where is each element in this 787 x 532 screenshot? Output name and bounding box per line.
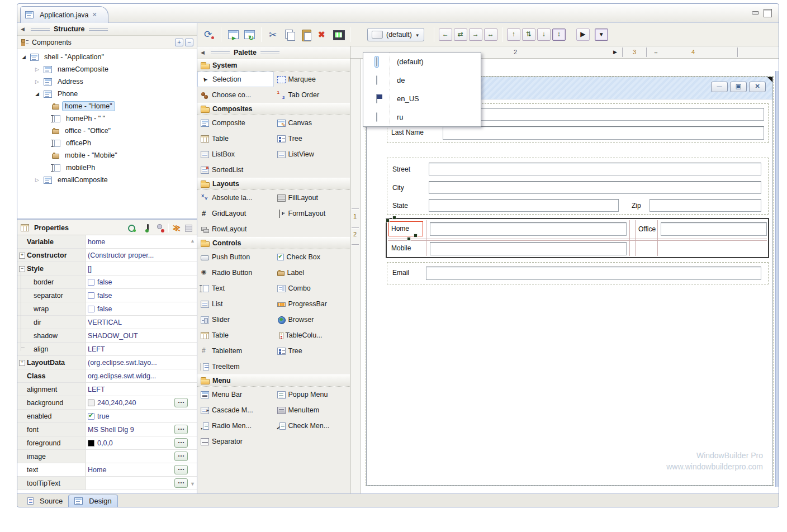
city-field[interactable] (429, 181, 761, 194)
email-field[interactable] (426, 267, 761, 280)
mobile-label[interactable]: Mobile (391, 244, 411, 252)
tree-item-namecomposite[interactable]: nameComposite (17, 63, 197, 75)
palette-item-table[interactable]: Table (197, 131, 274, 146)
palette-item-composite[interactable]: Composite (197, 115, 274, 131)
selection-handle[interactable] (392, 216, 396, 220)
palette-item-absolute-layout[interactable]: Absolute la... (197, 190, 274, 206)
last-name-label[interactable]: Last Name (391, 129, 424, 136)
test-window-button[interactable] (226, 27, 240, 42)
fill-horizontal-button[interactable] (484, 28, 497, 41)
palette-item-tablecolumn[interactable]: TableColu... (274, 327, 350, 343)
checkbox-checked-icon[interactable] (88, 413, 94, 420)
first-name-field[interactable] (443, 108, 764, 121)
maximize-view-icon[interactable] (763, 9, 772, 16)
tree-item-officeph[interactable]: officePh (17, 137, 197, 149)
ellipsis-button[interactable] (174, 478, 188, 488)
palette-item-popup-menu[interactable]: Popup Menu (274, 387, 350, 402)
street-label[interactable]: Street (392, 165, 410, 173)
tree-item-address[interactable]: Address (17, 75, 197, 88)
checkbox-unchecked-icon[interactable] (88, 279, 94, 286)
palette-category-layouts[interactable]: Layouts (197, 178, 350, 190)
ellipsis-button[interactable] (174, 465, 188, 474)
mobile-phone-field[interactable] (430, 242, 627, 255)
ellipsis-button[interactable] (174, 438, 188, 448)
palette-item-text[interactable]: Text (197, 281, 274, 296)
palette-item-cascade-menu[interactable]: Cascade M... (197, 402, 274, 418)
vertical-size-hint-button[interactable] (595, 28, 608, 41)
designed-close-button[interactable] (749, 82, 766, 92)
palette-item-progressbar[interactable]: ProgressBar (274, 296, 350, 312)
tree-item-shell[interactable]: shell - "Application" (17, 51, 197, 63)
column-header-2[interactable]: 2 (514, 49, 517, 55)
restore-defaults-icon[interactable] (184, 224, 193, 232)
state-label[interactable]: State (392, 202, 408, 210)
minimize-view-icon[interactable] (751, 9, 760, 16)
palette-item-radio-menuitem[interactable]: Radio Men... (197, 418, 274, 434)
designed-minimize-button[interactable] (711, 82, 728, 92)
palette-item-table[interactable]: Table (197, 327, 274, 343)
align-left-button[interactable] (439, 28, 452, 41)
externalize-strings-button[interactable] (331, 27, 345, 42)
tree-item-phone[interactable]: Phone (17, 88, 197, 100)
cut-button[interactable] (266, 27, 281, 42)
palette-item-radio-button[interactable]: Radio Button (197, 265, 274, 281)
email-label[interactable]: Email (392, 269, 409, 277)
palette-item-listbox[interactable]: ListBox (197, 146, 274, 162)
zip-field[interactable] (649, 199, 761, 212)
tree-item-mobileph[interactable]: mobilePh (17, 162, 197, 174)
expander-icon[interactable] (22, 54, 30, 60)
palette-item-choose-component[interactable]: Choose co... (197, 87, 274, 103)
locale-combo[interactable]: (default) (367, 28, 424, 41)
palette-item-rowlayout[interactable]: RowLayout (197, 221, 274, 237)
goto-definition-icon[interactable] (155, 224, 165, 232)
align-right-button[interactable] (469, 28, 482, 41)
locale-option-ru[interactable]: ru (363, 108, 481, 126)
palette-category-menu[interactable]: Menu (197, 374, 350, 387)
checkbox-unchecked-icon[interactable] (88, 292, 94, 299)
palette-item-push-button[interactable]: Push Button (197, 249, 274, 265)
phone-composite[interactable]: Home Office Mobile (386, 218, 769, 258)
align-bottom-button[interactable] (537, 28, 551, 41)
palette-item-check-box[interactable]: Check Box (274, 249, 350, 265)
locale-option-en-us[interactable]: en_US (363, 89, 481, 108)
row-header-2[interactable]: 2 (353, 231, 357, 238)
ellipsis-button[interactable] (174, 398, 188, 407)
column-header-4[interactable]: 4 (691, 49, 695, 55)
show-events-icon[interactable] (144, 224, 153, 232)
zip-label[interactable]: Zip (632, 202, 641, 210)
street-field[interactable] (429, 163, 761, 175)
designed-maximize-button[interactable] (730, 82, 747, 92)
last-name-field[interactable] (443, 126, 764, 140)
align-center-vertical-button[interactable] (522, 28, 535, 41)
home-phone-field[interactable] (430, 222, 627, 236)
refresh-button[interactable] (242, 27, 257, 42)
palette-item-combo[interactable]: Combo (274, 281, 350, 296)
tree-item-homeph[interactable]: homePh - " " (17, 112, 197, 125)
palette-item-tree[interactable]: Tree (274, 131, 350, 146)
palette-category-controls[interactable]: Controls (197, 237, 350, 249)
palette-item-marquee[interactable]: Marquee (274, 72, 350, 87)
align-center-horizontal-button[interactable] (454, 28, 467, 41)
state-field[interactable] (429, 199, 619, 212)
ellipsis-button[interactable] (174, 425, 188, 434)
editor-tab-application-java[interactable]: Application.java (20, 6, 108, 23)
selection-handle[interactable] (414, 234, 418, 238)
delete-button[interactable] (315, 27, 329, 42)
office-phone-field[interactable] (661, 222, 767, 236)
collapse-all-button[interactable] (185, 39, 193, 46)
palette-item-separator[interactable]: Separator (197, 434, 274, 449)
fill-vertical-button[interactable] (552, 28, 566, 41)
expander-icon[interactable] (35, 66, 44, 72)
palette-item-label[interactable]: Label (274, 265, 350, 281)
tree-item-mobile-label[interactable]: mobile - "Mobile" (17, 149, 197, 162)
selection-handle[interactable] (386, 218, 390, 222)
palette-item-listview[interactable]: ListView (274, 146, 350, 162)
palette-item-treeitem[interactable]: TreeItem (197, 359, 274, 374)
ellipsis-button[interactable] (174, 452, 188, 461)
paste-button[interactable] (298, 27, 313, 42)
tree-item-emailcomposite[interactable]: emailComposite (17, 174, 197, 186)
palette-item-gridlayout[interactable]: GridLayout (197, 206, 274, 221)
office-label[interactable]: Office (638, 225, 656, 233)
palette-item-slider[interactable]: Slider (197, 312, 274, 327)
palette-item-browser[interactable]: Browser (274, 312, 350, 327)
